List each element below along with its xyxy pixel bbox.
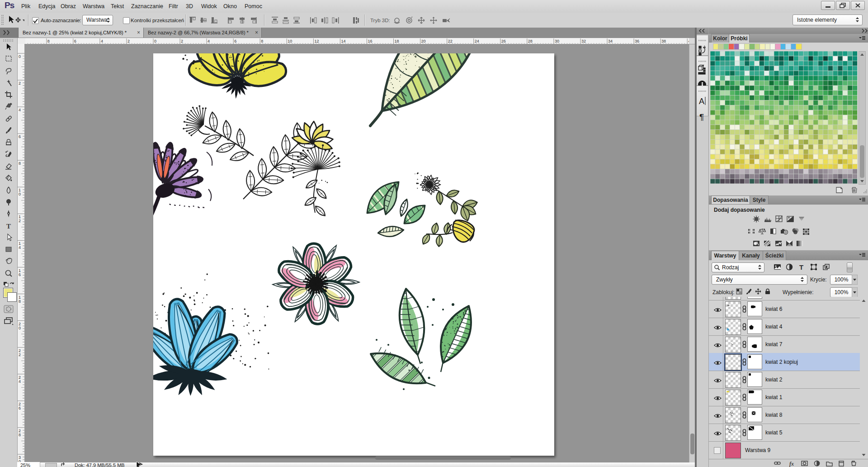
svg-text:0: 0: [19, 54, 21, 59]
svg-text:2: 2: [19, 353, 21, 357]
svg-text:34: 34: [608, 39, 613, 43]
svg-text:18: 18: [395, 39, 399, 43]
svg-text:38: 38: [661, 39, 666, 43]
svg-text:A: A: [699, 97, 704, 106]
svg-text:2: 2: [127, 39, 130, 43]
svg-text:6: 6: [234, 39, 236, 43]
svg-text:0: 0: [154, 39, 156, 43]
svg-text:0: 0: [19, 192, 21, 196]
svg-text:¶: ¶: [699, 112, 704, 122]
svg-text:fx: fx: [789, 461, 794, 467]
svg-text:4: 4: [101, 39, 103, 43]
svg-text:20: 20: [421, 39, 426, 43]
svg-text:8: 8: [47, 39, 50, 43]
svg-text:36: 36: [635, 39, 639, 43]
svg-text:30: 30: [555, 39, 559, 43]
svg-text:26: 26: [501, 39, 506, 43]
svg-text:12: 12: [314, 39, 319, 43]
svg-text:6: 6: [19, 406, 21, 410]
svg-text:10: 10: [288, 39, 292, 43]
svg-text:8: 8: [19, 161, 21, 166]
svg-text:22: 22: [448, 39, 453, 43]
svg-text:16: 16: [368, 39, 373, 43]
svg-text:6: 6: [74, 39, 76, 43]
svg-text:4: 4: [19, 108, 21, 112]
svg-text:4: 4: [19, 245, 21, 250]
svg-text:T: T: [799, 263, 803, 271]
svg-text:0: 0: [19, 326, 21, 330]
svg-text:4: 4: [19, 379, 21, 384]
svg-text:6: 6: [19, 134, 21, 139]
svg-text:4: 4: [208, 39, 210, 43]
svg-text:14: 14: [341, 39, 345, 43]
svg-text:32: 32: [581, 39, 586, 43]
svg-text:2: 2: [19, 219, 21, 223]
svg-text:6: 6: [19, 272, 21, 277]
svg-text:8: 8: [261, 39, 263, 43]
svg-text:T: T: [6, 223, 11, 230]
svg-text:8: 8: [19, 433, 21, 437]
svg-text:2: 2: [19, 81, 21, 86]
svg-text:24: 24: [475, 39, 479, 43]
svg-text:8: 8: [19, 299, 21, 304]
svg-text:2: 2: [181, 39, 183, 43]
svg-text:28: 28: [528, 39, 533, 43]
